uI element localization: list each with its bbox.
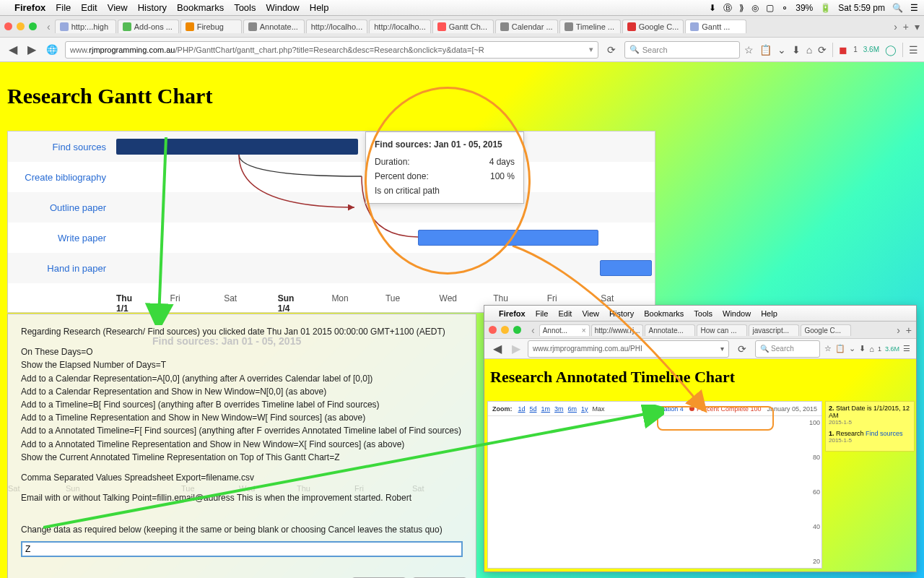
status-target-icon[interactable]: ◎ [751, 3, 759, 13]
zoom-5d[interactable]: 5d [530, 405, 537, 413]
tab-7[interactable]: Calendar ... [495, 20, 558, 33]
gantt-bar[interactable] [418, 230, 598, 246]
menu-bookmarks[interactable]: Bookmarks [177, 2, 224, 13]
tab-0[interactable]: http:...high [55, 20, 116, 33]
adblock-icon[interactable]: ◼ [839, 44, 847, 56]
inset-tab-3[interactable]: How can ... [697, 324, 747, 336]
tab-4[interactable]: http://localho... [306, 20, 368, 33]
zoom-3m[interactable]: 3m [554, 405, 564, 413]
inset-search-bar[interactable]: 🔍 Search [755, 340, 820, 358]
minimize-window-icon[interactable] [501, 326, 509, 334]
tab-6[interactable]: Gantt Ch... [432, 20, 494, 33]
bookmark-star-icon[interactable]: ☆ [744, 44, 754, 56]
zoom-1m[interactable]: 1m [541, 405, 551, 413]
close-window-icon[interactable] [489, 326, 497, 334]
tab-10[interactable]: Gantt ... [685, 20, 746, 33]
gantt-row-create-bibliography[interactable]: Create bibliography [8, 162, 655, 192]
spotlight-icon[interactable]: 🔍 [892, 3, 903, 13]
ghostery-icon[interactable]: ◯ [885, 44, 897, 56]
new-tab-icon[interactable]: + [903, 21, 909, 33]
gantt-bar[interactable] [116, 139, 358, 155]
sync-icon[interactable]: ⟳ [818, 44, 827, 56]
tab-scroll-left-icon[interactable]: ‹ [44, 21, 53, 33]
url-bar[interactable]: www.rjmprogramming.com.au/PHP/GanttChart… [65, 41, 598, 59]
dropdown-icon[interactable]: ▾ [720, 345, 724, 353]
clipboard-icon[interactable]: 📋 [759, 44, 772, 56]
menu-edit[interactable]: Edit [558, 309, 572, 318]
inset-url-bar[interactable]: www.rjmprogramming.com.au/PHI▾ [528, 340, 729, 358]
menu-help[interactable]: Help [310, 2, 329, 13]
forward-button[interactable]: ▶ [509, 342, 523, 355]
forward-button[interactable]: ▶ [25, 43, 39, 56]
app-name[interactable]: Firefox [14, 2, 45, 13]
clock[interactable]: Sat 5:59 pm [838, 3, 885, 13]
back-button[interactable]: ◀ [490, 342, 505, 355]
status-bars-icon[interactable]: ⟫ [739, 3, 744, 13]
menu-window[interactable]: Window [723, 309, 751, 318]
tab-list-icon[interactable]: ▾ [915, 21, 920, 33]
downloads-icon[interactable]: ⬇ [792, 44, 801, 56]
inset-tab-1[interactable]: http://www.rj... [591, 324, 644, 336]
tab-9[interactable]: Google C... [622, 20, 684, 33]
prompt-input[interactable] [21, 541, 463, 557]
minimize-window-icon[interactable] [17, 22, 25, 30]
menu-tools[interactable]: Tools [234, 2, 256, 13]
close-window-icon[interactable] [4, 22, 12, 30]
gantt-row-write-paper[interactable]: Write paper [8, 223, 655, 253]
new-tab-icon[interactable]: + [906, 324, 912, 336]
zoom-window-icon[interactable] [29, 22, 37, 30]
menu-help[interactable]: Help [761, 309, 777, 318]
pocket-icon[interactable]: ⌄ [777, 44, 786, 56]
menu-history[interactable]: History [138, 2, 167, 13]
status-b-icon[interactable]: Ⓑ [723, 2, 732, 14]
tab-scroll-right-icon[interactable]: › [897, 324, 900, 336]
download-icon[interactable]: ⬇ [709, 3, 716, 13]
reload-button[interactable]: ⟳ [603, 44, 620, 56]
back-button[interactable]: ◀ [6, 43, 20, 56]
window-controls[interactable] [4, 22, 37, 30]
tab-8[interactable]: Timeline ... [559, 20, 621, 33]
tab-5[interactable]: http://localho... [369, 20, 431, 33]
bookmark-star-icon[interactable]: ☆ [824, 344, 832, 353]
clipboard-icon[interactable]: 📋 [835, 344, 845, 353]
annotation-item[interactable]: 2. Start Date is 1/1/2015, 12 AM 2015-1-… [829, 405, 911, 426]
site-identity-icon[interactable]: 🌐 [43, 44, 61, 55]
tab-3[interactable]: Annotate... [243, 20, 305, 33]
zoom-max[interactable]: Max [593, 405, 605, 413]
menu-tools[interactable]: Tools [694, 309, 712, 318]
gantt-row-outline-paper[interactable]: Outline paper [8, 192, 655, 223]
annotated-timeline-chart[interactable]: Zoom: 1d 5d 1m 3m 6m 1y Max Duration 4 P… [487, 401, 822, 569]
gantt-row-hand-in-paper[interactable]: Hand in paper [8, 253, 655, 283]
menu-file[interactable]: File [56, 2, 71, 13]
home-icon[interactable]: ⌂ [869, 345, 874, 353]
annotation-item[interactable]: 1. Research Find sources 2015-1-5 [829, 430, 911, 444]
menu-bookmarks[interactable]: Bookmarks [644, 309, 684, 318]
wifi-icon[interactable]: ⚬ [781, 3, 788, 13]
tab-2[interactable]: Firebug [180, 20, 242, 33]
menu-view[interactable]: View [108, 2, 128, 13]
battery-icon[interactable]: 🔋 [820, 3, 831, 13]
tab-scroll-left-icon[interactable]: ‹ [528, 324, 538, 336]
menu-edit[interactable]: Edit [81, 2, 97, 13]
airplay-icon[interactable]: ▢ [766, 3, 774, 13]
search-bar[interactable]: 🔍 Search [624, 41, 740, 59]
app-name[interactable]: Firefox [499, 309, 526, 318]
close-tab-icon[interactable]: × [582, 327, 586, 335]
inset-tab-2[interactable]: Annotate... [645, 324, 695, 336]
gantt-chart[interactable]: Find sources Create bibliography Outline… [7, 131, 655, 313]
hamburger-icon[interactable]: ☰ [903, 344, 910, 353]
inset-tab-4[interactable]: javascript... [749, 324, 799, 336]
gantt-row-find-sources[interactable]: Find sources [8, 131, 655, 162]
tab-1[interactable]: Add-ons ... [118, 20, 179, 33]
zoom-1d[interactable]: 1d [518, 405, 526, 413]
reload-button[interactable]: ⟳ [733, 343, 751, 355]
menu-extras-icon[interactable]: ☰ [910, 3, 918, 13]
zoom-window-icon[interactable] [513, 326, 521, 334]
pocket-icon[interactable]: ⌄ [849, 344, 855, 353]
downloads-icon[interactable]: ⬇ [859, 344, 866, 353]
dropdown-icon[interactable]: ▾ [589, 45, 593, 54]
menu-history[interactable]: History [609, 309, 634, 318]
inset-tab-0[interactable]: Annot...× [539, 324, 590, 336]
zoom-1y[interactable]: 1y [581, 405, 588, 413]
inset-tab-5[interactable]: Google C... [801, 324, 851, 336]
